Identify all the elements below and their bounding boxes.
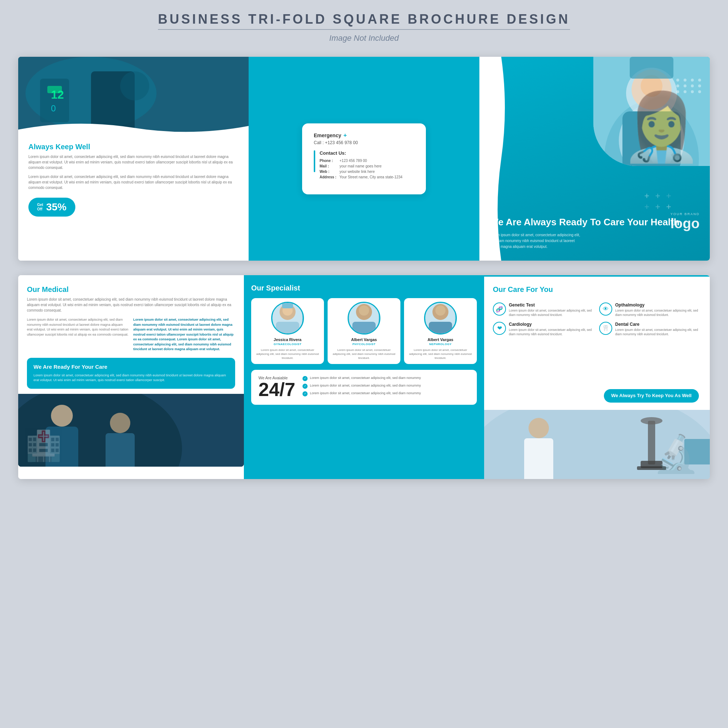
contact-section: Contact Us: Phone : +123 456 789 00 Mail… <box>314 150 414 180</box>
contact-us-title: Contact Us: <box>320 150 402 156</box>
check-icon-2: ✓ <box>303 384 307 389</box>
avail-item-3: ✓ Lorem ipsum dolor sit amet, consectetu… <box>303 391 470 396</box>
nurse-image <box>593 57 710 166</box>
back-panel-right: Our Care For You 🧬 Genetic Test Lorem ip… <box>484 275 710 479</box>
dots-pattern <box>676 79 702 93</box>
specialist-text-1: Lorem ipsum dolor sit amet, consectetuer… <box>254 348 321 360</box>
emergency-badge: Emergency + <box>314 132 414 139</box>
contact-phone-row: Phone : +123 456 789 00 <box>320 159 402 163</box>
opth-title: Opthalmology <box>615 303 701 307</box>
specialist-avatar-2 <box>348 302 380 335</box>
ready-for-care-box: We Are Ready For Your Care Lorem ipsum d… <box>27 358 235 389</box>
back-panel-middle: Our Specialist Jessica Rivera GYNAECOLOG… <box>244 275 484 479</box>
specialist-role-2: PHYCOLOGIST <box>330 343 398 346</box>
opth-icon: 👁 <box>599 303 612 316</box>
svg-text:+: + <box>655 202 660 211</box>
contact-divider <box>314 150 315 172</box>
back-right-bottom-image <box>484 410 710 479</box>
back-brochure: Our Medical Lorem ipsum dolor sit amet, … <box>18 275 710 479</box>
svg-rect-27 <box>106 433 135 466</box>
front-left-text2: Lorem ipsum dolor sit amet, consectetuer… <box>28 174 239 190</box>
specialist-avatar-1 <box>271 302 304 335</box>
dental-text: Lorem ipsum dolor sit amet, consectetuer… <box>615 328 701 337</box>
blue-box-text: Lorem ipsum dolor sit amet, consectetuer… <box>34 373 229 383</box>
svg-point-7 <box>120 71 149 101</box>
check-icon-1: ✓ <box>303 376 307 381</box>
front-left-image: 12 0 <box>18 57 249 137</box>
front-brochure: 12 0 Always Keep Well Lorem ipsum dolor … <box>18 57 710 261</box>
svg-text:+: + <box>644 202 649 211</box>
logo-text: logo <box>670 216 700 231</box>
svg-text:+: + <box>666 202 671 211</box>
discount-button[interactable]: Get Off 35% <box>28 198 75 217</box>
contact-details: Contact Us: Phone : +123 456 789 00 Mail… <box>320 150 402 180</box>
front-left-text1: Lorem ipsum dolor sit amet, consectetuer… <box>28 154 239 170</box>
svg-point-11 <box>619 104 684 166</box>
back-left-title: Our Medical <box>27 285 235 294</box>
back-left-text1: Lorem ipsum dolor sit amet, consectetuer… <box>27 297 235 313</box>
specialist-text-3: Lorem ipsum dolor sit amet, consectetuer… <box>407 348 474 360</box>
svg-rect-32 <box>282 302 293 308</box>
svg-text:+: + <box>655 191 660 200</box>
opth-text: Lorem ipsum dolor sit amet, consectetuer… <box>615 309 701 317</box>
contact-web-row: Web : your website link here <box>320 170 402 174</box>
svg-point-42 <box>484 410 710 479</box>
care-top: Our Care For You <box>484 277 710 303</box>
specialist-cards: Jessica Rivera GYNAECOLOGIST Lorem ipsum… <box>251 298 477 364</box>
front-panel-left: 12 0 Always Keep Well Lorem ipsum dolor … <box>18 57 249 261</box>
svg-point-23 <box>18 394 182 466</box>
back-left-bottom-image <box>18 394 244 466</box>
back-panel-left: Our Medical Lorem ipsum dolor sit amet, … <box>18 275 244 479</box>
back-left-top: Our Medical Lorem ipsum dolor sit amet, … <box>18 275 244 358</box>
front-left-content: Always Keep Well Lorem ipsum dolor sit a… <box>18 137 249 224</box>
svg-point-24 <box>51 405 73 427</box>
svg-point-40 <box>435 305 445 316</box>
front-right-subtext: Lorem ipsum dolor sit amet, consectetuer… <box>489 232 584 250</box>
specialist-title: Our Specialist <box>251 284 477 292</box>
svg-point-43 <box>529 418 549 438</box>
front-left-title: Always Keep Well <box>28 143 239 151</box>
care-grid: 🧬 Genetic Test Lorem ipsum dolor sit ame… <box>484 303 710 337</box>
blue-box-title: We Are Ready For Your Care <box>34 364 229 370</box>
avail-number: 24/7 <box>258 380 295 399</box>
svg-point-36 <box>359 305 369 316</box>
specialist-name-2: Albert Vargas <box>330 337 398 342</box>
specialist-card-3: Albert Vargas NEPHROLOGY Lorem ipsum dol… <box>404 298 477 364</box>
front-panel-right: We Are Always Ready To Care Your Health … <box>479 57 710 261</box>
svg-rect-45 <box>648 421 655 465</box>
svg-text:+: + <box>666 191 671 200</box>
front-panel-middle: Emergency + Call : +123 456 978 00 Conta… <box>249 57 479 261</box>
care-item-cardiology: ❤ Cardiology Lorem ipsum dolor sit amet,… <box>493 322 595 337</box>
contact-card: Emergency + Call : +123 456 978 00 Conta… <box>302 123 426 194</box>
svg-rect-48 <box>637 466 666 470</box>
logo-small-text: your brand <box>670 212 700 216</box>
emergency-plus: + <box>343 132 347 139</box>
svg-rect-25 <box>46 427 78 466</box>
svg-text:0: 0 <box>51 103 56 113</box>
dental-title: Dental Care <box>615 322 701 327</box>
specialist-name-1: Jessica Rivera <box>254 337 321 342</box>
specialist-card-1: Jessica Rivera GYNAECOLOGIST Lorem ipsum… <box>251 298 324 364</box>
contact-mail-row: Mail : your mail name goes here <box>320 164 402 168</box>
svg-rect-30 <box>276 322 299 335</box>
svg-point-26 <box>110 413 130 433</box>
avail-right: ✓ Lorem ipsum dolor sit amet, consectetu… <box>303 376 470 399</box>
cardiology-icon: ❤ <box>493 322 506 335</box>
specialist-role-3: NEPHROLOGY <box>407 343 474 346</box>
logo-area: your brand logo <box>670 212 700 231</box>
cardiology-text: Lorem ipsum dolor sit amet, consectetuer… <box>509 328 595 337</box>
svg-text:12: 12 <box>51 88 64 101</box>
emergency-label: Emergency <box>314 133 341 138</box>
back-left-two-col: Lorem ipsum dolor sit amet, consectetuer… <box>27 317 235 352</box>
page-title: BUSINESS TRI-FOLD SQUARE BROCHURE DESIGN <box>158 12 570 30</box>
availability-section: We Are Avaiable 24/7 ✓ Lorem ipsum dolor… <box>251 370 477 405</box>
genetic-title: Genetic Test <box>509 303 595 307</box>
svg-rect-44 <box>524 438 553 479</box>
specialist-avatar-3 <box>424 302 457 335</box>
emergency-phone: Call : +123 456 978 00 <box>314 140 414 145</box>
svg-rect-15 <box>630 57 673 79</box>
cross-decoration: + + + + + + <box>644 188 673 217</box>
care-item-opth: 👁 Opthalmology Lorem ipsum dolor sit ame… <box>599 303 701 317</box>
svg-text:+: + <box>644 191 649 200</box>
svg-rect-13 <box>622 112 681 166</box>
